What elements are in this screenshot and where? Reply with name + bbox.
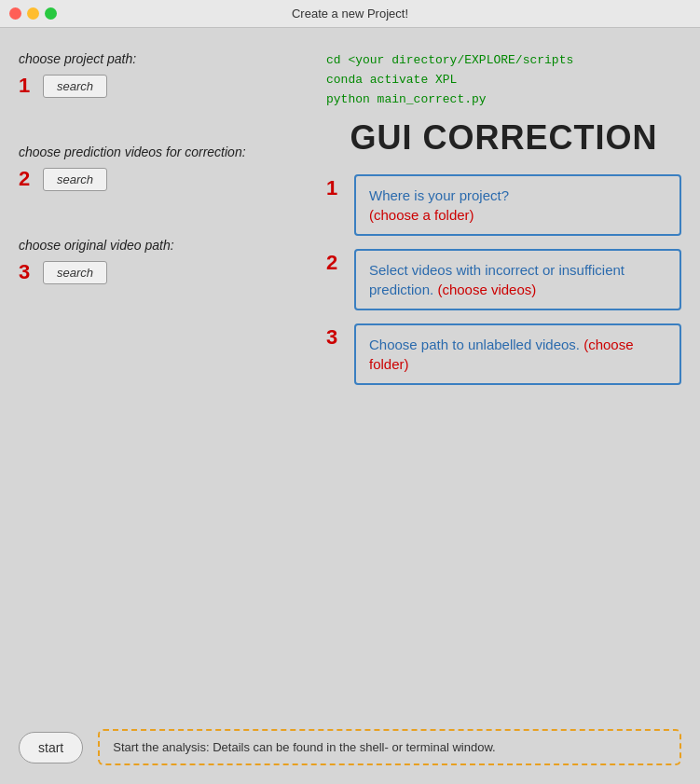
section2-row: 2 search: [19, 167, 317, 191]
instruction-number-3: 3: [326, 325, 345, 350]
search-button-2[interactable]: search: [43, 168, 107, 191]
maximize-button[interactable]: [45, 7, 57, 20]
section-project-path: choose project path: 1 search: [19, 51, 317, 98]
section3-label: choose original video path:: [19, 238, 317, 253]
instruction-action-1: (choose a folder): [369, 207, 474, 223]
instruction-box-3: Choose path to unlabelled videos. (choos…: [354, 323, 681, 385]
section2-label: choose prediction videos for correction:: [19, 144, 317, 159]
section1-label: choose project path:: [19, 51, 317, 66]
start-button[interactable]: start: [19, 732, 83, 763]
instruction-number-1: 1: [326, 176, 345, 200]
bottom-bar: start Start the analysis: Details can be…: [19, 729, 681, 765]
search-button-3[interactable]: search: [43, 261, 107, 284]
instruction-box-2: Select videos with incorrect or insuffic…: [354, 249, 681, 310]
cli-instructions: cd <your directory/EXPLORE/scripts conda…: [326, 47, 681, 109]
instruction-row-3: 3 Choose path to unlabelled videos. (cho…: [326, 323, 681, 385]
section-original-video: choose original video path: 3 search: [19, 238, 317, 284]
right-panel: cd <your directory/EXPLORE/scripts conda…: [326, 47, 681, 775]
instruction-number-2: 2: [326, 251, 345, 275]
cli-line-1: cd <your directory/EXPLORE/scripts: [326, 51, 681, 71]
section-prediction-videos: choose prediction videos for correction:…: [19, 144, 317, 191]
instruction-text-3: Choose path to unlabelled videos.: [369, 337, 580, 352]
instruction-action-2: (choose videos): [437, 282, 536, 297]
instruction-row-2: 2 Select videos with incorrect or insuff…: [326, 249, 681, 310]
search-button-1[interactable]: search: [43, 75, 107, 98]
window-controls: [9, 7, 57, 20]
section3-row: 3 search: [19, 260, 317, 284]
step-number-3: 3: [19, 260, 35, 284]
step-number-1: 1: [19, 74, 35, 98]
section1-row: 1 search: [19, 74, 317, 98]
title-bar: Create a new Project!: [0, 0, 700, 28]
cli-line-3: python main_correct.py: [326, 90, 681, 110]
step-number-2: 2: [19, 167, 35, 191]
left-panel: choose project path: 1 search choose pre…: [19, 47, 317, 775]
instruction-box-1: Where is your project? (choose a folder): [354, 174, 681, 236]
main-content: choose project path: 1 search choose pre…: [0, 28, 700, 784]
instruction-text-1: Where is your project?: [369, 187, 509, 203]
close-button[interactable]: [9, 7, 21, 20]
instruction-row-1: 1 Where is your project? (choose a folde…: [326, 174, 681, 236]
cli-line-2: conda activate XPL: [326, 71, 681, 90]
minimize-button[interactable]: [27, 7, 39, 20]
gui-title: GUI CORRECTION: [326, 118, 681, 158]
start-info-box: Start the analysis: Details can be found…: [98, 729, 681, 765]
window-title: Create a new Project!: [292, 7, 408, 21]
